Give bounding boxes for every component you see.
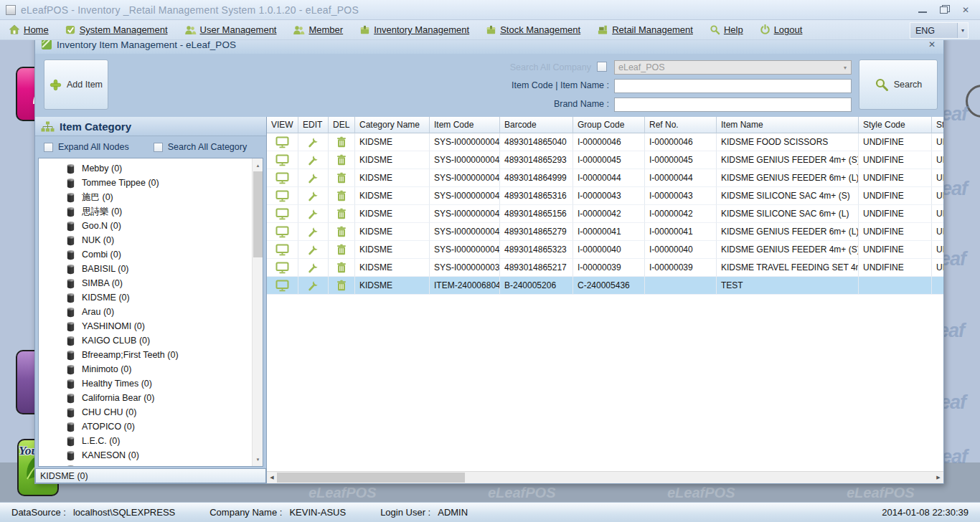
- menu-item-logout[interactable]: Logout: [760, 24, 803, 35]
- table-row[interactable]: KIDSMESYS-I00000000434893014865316I-0000…: [267, 187, 943, 205]
- chevron-down-icon[interactable]: ▾: [957, 23, 968, 38]
- view-button[interactable]: [267, 277, 298, 295]
- tree-item-goo-n-0[interactable]: Goo.N (0): [66, 219, 263, 233]
- tree-item-combi-0[interactable]: Combi (0): [66, 247, 263, 262]
- tree-scrollbar-thumb[interactable]: [253, 171, 263, 257]
- search-button[interactable]: Search: [859, 60, 938, 110]
- expand-all-nodes-option[interactable]: Expand All Nodes: [44, 142, 129, 152]
- dialog-close-icon[interactable]: ✕: [926, 39, 938, 50]
- tree-item-california-bear-0[interactable]: California Bear (0): [66, 391, 263, 405]
- column-header-category-name[interactable]: Category Name: [355, 117, 430, 133]
- view-button[interactable]: [267, 151, 298, 169]
- column-header-item-code[interactable]: Item Code: [430, 117, 500, 133]
- view-button[interactable]: [267, 259, 298, 277]
- edit-button[interactable]: [298, 169, 329, 187]
- view-button[interactable]: [267, 169, 298, 187]
- tree-item-life-0[interactable]: LIFE (0): [66, 462, 263, 467]
- column-header-view[interactable]: VIEW: [267, 117, 298, 133]
- table-row[interactable]: KIDSMESYS-I00000000404893014865323I-0000…: [267, 241, 943, 259]
- scroll-up-icon[interactable]: ▲: [253, 160, 263, 171]
- delete-button[interactable]: [329, 241, 355, 259]
- view-button[interactable]: [267, 133, 298, 151]
- edit-button[interactable]: [298, 133, 329, 151]
- delete-button[interactable]: [329, 277, 355, 295]
- tree-item-0[interactable]: 施巴 (0): [66, 190, 263, 204]
- tree-item-healthy-times-0[interactable]: Healthy Times (0): [66, 376, 263, 391]
- tree-item-nuk-0[interactable]: NUK (0): [66, 233, 263, 247]
- tree-item-l-e-c-0[interactable]: L.E.C. (0): [66, 434, 263, 448]
- tree-item-kidsme-0[interactable]: KIDSME (0): [66, 290, 263, 305]
- tree-item-babisil-0[interactable]: BABISIL (0): [66, 262, 263, 276]
- search-all-category-option[interactable]: Search All Category: [154, 142, 247, 152]
- tree-item-kaneson-0[interactable]: KANESON (0): [66, 448, 263, 462]
- hscroll-track[interactable]: [277, 472, 933, 483]
- view-button[interactable]: [267, 205, 298, 223]
- edit-button[interactable]: [298, 241, 329, 259]
- column-header-group-code[interactable]: Group Code: [573, 117, 645, 133]
- column-header-del[interactable]: DEL: [329, 117, 355, 133]
- tree-scrollbar[interactable]: ▲ ▼: [252, 158, 263, 466]
- edit-button[interactable]: [298, 187, 329, 205]
- menu-item-home[interactable]: Home: [9, 24, 49, 35]
- tree-item-simba-0[interactable]: SIMBA (0): [66, 276, 263, 290]
- tree-item-yashinomi-0[interactable]: YASHINOMI (0): [66, 319, 263, 333]
- expand-all-checkbox[interactable]: [44, 143, 53, 152]
- table-row[interactable]: KIDSMESYS-I00000000454893014865293I-0000…: [267, 151, 943, 169]
- menu-item-help[interactable]: Help: [710, 24, 743, 35]
- tree-item-kaigo-club-0[interactable]: KAIGO CLUB (0): [66, 333, 263, 348]
- edit-button[interactable]: [298, 205, 329, 223]
- column-header-ref-no[interactable]: Ref No.: [645, 117, 717, 133]
- scroll-right-icon[interactable]: ▶: [933, 475, 943, 480]
- menu-item-system-management[interactable]: System Management: [65, 24, 168, 35]
- menu-item-stock-management[interactable]: Stock Management: [486, 24, 580, 35]
- delete-button[interactable]: [329, 223, 355, 241]
- table-row[interactable]: KIDSMESYS-I00000000414893014865279I-0000…: [267, 223, 943, 241]
- tree-item-tommee-tippee-0[interactable]: Tommee Tippee (0): [66, 176, 263, 190]
- column-header-barcode[interactable]: Barcode: [500, 117, 573, 133]
- tree-item-bfreeamp-first-teeth-0[interactable]: Bfreeamp;First Teeth (0): [66, 348, 263, 362]
- delete-button[interactable]: [329, 169, 355, 187]
- table-row[interactable]: KIDSMEITEM-240006804B-240005206C-2400054…: [267, 277, 943, 295]
- view-button[interactable]: [267, 223, 298, 241]
- tree-item-0[interactable]: 思詩樂 (0): [66, 204, 263, 219]
- edit-button[interactable]: [298, 151, 329, 169]
- edit-button[interactable]: [298, 277, 329, 295]
- delete-button[interactable]: [329, 205, 355, 223]
- delete-button[interactable]: [329, 151, 355, 169]
- search-all-category-checkbox[interactable]: [154, 143, 163, 152]
- add-item-button[interactable]: Add Item: [44, 60, 108, 110]
- hscroll-thumb[interactable]: [277, 473, 465, 483]
- view-button[interactable]: [267, 241, 298, 259]
- tree-item-mebby-0[interactable]: Mebby (0): [66, 161, 263, 176]
- column-header-item-name[interactable]: Item Name: [717, 117, 859, 133]
- menu-item-retail-management[interactable]: Retail Management: [597, 24, 693, 35]
- menu-item-inventory-management[interactable]: Inventory Management: [359, 24, 469, 35]
- table-row[interactable]: KIDSMESYS-I00000000394893014865217I-0000…: [267, 259, 943, 277]
- language-select[interactable]: ENG ▾: [910, 22, 969, 39]
- tree-item-arau-0[interactable]: Arau (0): [66, 305, 263, 319]
- delete-button[interactable]: [329, 259, 355, 277]
- restore-button[interactable]: [938, 6, 950, 14]
- column-header-edit[interactable]: EDIT: [298, 117, 329, 133]
- view-button[interactable]: [267, 187, 298, 205]
- company-select[interactable]: eLeaf_POS ▾: [614, 60, 852, 75]
- table-row[interactable]: KIDSMESYS-I00000000424893014865156I-0000…: [267, 205, 943, 223]
- menu-item-user-management[interactable]: User Management: [184, 24, 277, 35]
- table-row[interactable]: KIDSMESYS-I00000000444893014864999I-0000…: [267, 169, 943, 187]
- tree-item-chu-chu-0[interactable]: CHU CHU (0): [66, 405, 263, 419]
- delete-button[interactable]: [329, 187, 355, 205]
- delete-button[interactable]: [329, 133, 355, 151]
- column-header-sty[interactable]: Sty: [932, 117, 943, 133]
- table-row[interactable]: KIDSMESYS-I00000000464893014865040I-0000…: [267, 133, 943, 151]
- item-code-input[interactable]: [614, 79, 852, 93]
- close-button[interactable]: ✕: [960, 6, 971, 14]
- brand-name-input[interactable]: [614, 98, 852, 112]
- grid-horizontal-scrollbar[interactable]: ◀ ▶: [267, 471, 943, 483]
- edit-button[interactable]: [298, 223, 329, 241]
- green-orb-button[interactable]: [966, 85, 980, 118]
- scroll-left-icon[interactable]: ◀: [267, 475, 277, 480]
- tree-item-atopico-0[interactable]: ATOPICO (0): [66, 419, 263, 434]
- edit-button[interactable]: [298, 259, 329, 277]
- minimize-button[interactable]: [917, 6, 928, 14]
- scroll-down-icon[interactable]: ▼: [253, 454, 263, 465]
